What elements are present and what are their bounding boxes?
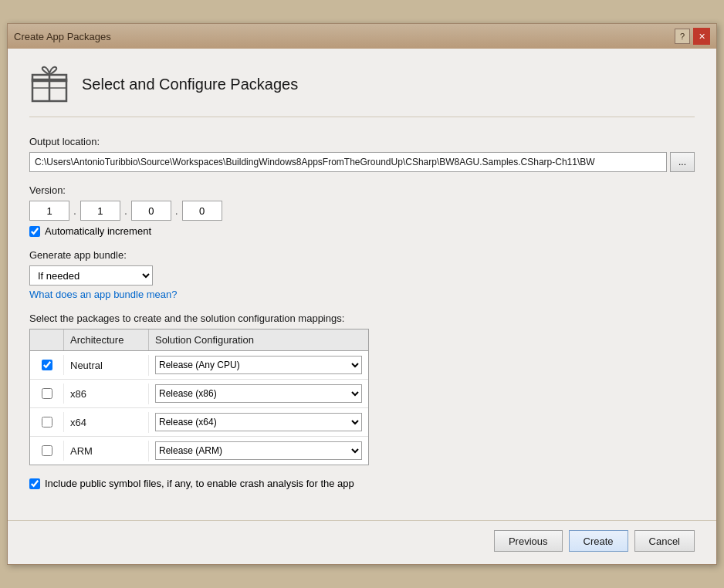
packages-section: Select the packages to create and the so… — [29, 313, 695, 465]
td-config-arm: Release (ARM) Debug (ARM) — [149, 437, 368, 465]
output-section: Output location: ... — [29, 136, 695, 172]
td-check-arm — [30, 441, 64, 461]
title-bar: Create App Packages ? ✕ — [8, 24, 716, 49]
bundle-help-link[interactable]: What does an app bundle mean? — [29, 289, 178, 300]
output-location-label: Output location: — [29, 136, 695, 147]
config-select-x64[interactable]: Release (x64) Debug (x64) — [155, 413, 362, 431]
help-button[interactable]: ? — [675, 29, 690, 44]
td-config-x64: Release (x64) Debug (x64) — [149, 408, 368, 436]
table-row: ARM Release (ARM) Debug (ARM) — [30, 437, 368, 465]
dialog-footer: Previous Create Cancel — [8, 520, 716, 564]
td-check-x86 — [30, 384, 64, 404]
dialog-window: Create App Packages ? ✕ Select and Confi… — [7, 23, 717, 565]
version-dot-2: . — [124, 204, 127, 217]
output-location-input[interactable] — [29, 152, 667, 172]
td-config-x86: Release (x86) Debug (x86) — [149, 380, 368, 407]
symbol-files-label: Include public symbol files, if any, to … — [45, 478, 354, 489]
close-button[interactable]: ✕ — [693, 28, 710, 45]
checkbox-x64[interactable] — [42, 417, 52, 427]
table-row: x86 Release (x86) Debug (x86) — [30, 380, 368, 408]
auto-increment-label: Automatically increment — [45, 225, 151, 237]
version-input-4[interactable] — [182, 201, 222, 221]
browse-button[interactable]: ... — [670, 152, 695, 172]
title-bar-left: Create App Packages — [14, 31, 111, 42]
packages-label: Select the packages to create and the so… — [29, 313, 695, 324]
checkbox-arm[interactable] — [42, 445, 52, 456]
cancel-button[interactable]: Cancel — [634, 530, 695, 552]
symbol-files-checkbox[interactable] — [29, 478, 40, 489]
th-checkbox — [30, 329, 64, 350]
bundle-label: Generate app bundle: — [29, 249, 695, 261]
table-row: Neutral Release (Any CPU) Debug (Any CPU… — [30, 351, 368, 380]
td-check-neutral — [30, 355, 64, 375]
version-section: Version: . . . Automatically increment — [29, 184, 695, 237]
td-arch-x64: x64 — [64, 412, 149, 433]
th-solution-config: Solution Configuration — [149, 329, 368, 350]
header-section: Select and Configure Packages — [29, 64, 695, 117]
td-config-neutral: Release (Any CPU) Debug (Any CPU) — [149, 351, 368, 379]
auto-increment-row: Automatically increment — [29, 225, 695, 237]
checkbox-neutral[interactable] — [42, 360, 52, 370]
packages-table: Architecture Solution Configuration Neut… — [29, 329, 369, 465]
version-input-1[interactable] — [29, 201, 69, 221]
config-select-neutral[interactable]: Release (Any CPU) Debug (Any CPU) — [155, 356, 362, 374]
th-architecture: Architecture — [64, 329, 149, 350]
checkbox-x86[interactable] — [42, 388, 52, 399]
version-dot-1: . — [73, 204, 76, 217]
bundle-select[interactable]: If needed Always Never — [29, 265, 153, 286]
table-header: Architecture Solution Configuration — [30, 329, 368, 351]
create-button[interactable]: Create — [569, 530, 628, 552]
table-row: x64 Release (x64) Debug (x64) — [30, 408, 368, 437]
td-arch-neutral: Neutral — [64, 355, 149, 376]
bundle-section: Generate app bundle: If needed Always Ne… — [29, 249, 695, 300]
td-check-x64 — [30, 412, 64, 432]
title-text: Create App Packages — [14, 31, 111, 42]
dialog-body: Select and Configure Packages Output loc… — [8, 49, 716, 520]
package-icon — [29, 64, 69, 104]
version-input-2[interactable] — [80, 201, 120, 221]
version-label: Version: — [29, 184, 695, 196]
auto-increment-checkbox[interactable] — [29, 226, 40, 237]
header-title: Select and Configure Packages — [82, 76, 298, 93]
config-select-x86[interactable]: Release (x86) Debug (x86) — [155, 384, 362, 403]
version-inputs: . . . — [29, 201, 695, 221]
td-arch-arm: ARM — [64, 441, 149, 461]
td-arch-x86: x86 — [64, 384, 149, 404]
title-bar-buttons: ? ✕ — [675, 28, 710, 45]
symbol-files-section: Include public symbol files, if any, to … — [29, 478, 695, 489]
version-input-3[interactable] — [131, 201, 171, 221]
output-row: ... — [29, 152, 695, 172]
version-dot-3: . — [175, 204, 178, 217]
config-select-arm[interactable]: Release (ARM) Debug (ARM) — [155, 441, 362, 460]
previous-button[interactable]: Previous — [494, 530, 563, 552]
